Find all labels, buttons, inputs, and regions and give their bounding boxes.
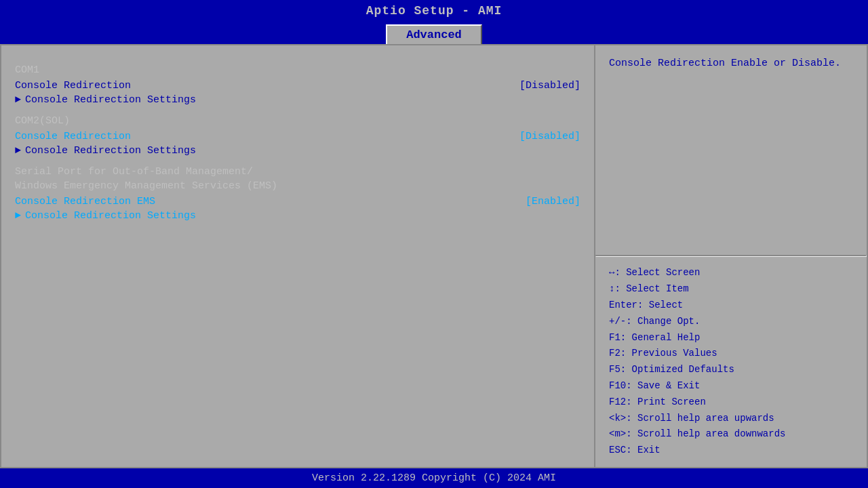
key-legend-item: F1: General Help	[609, 330, 853, 346]
key-legend-item: F10: Save & Exit	[609, 378, 853, 394]
com2-console-redirection[interactable]: Console Redirection [Disabled]	[15, 129, 580, 144]
footer: Version 2.22.1289 Copyright (C) 2024 AMI	[0, 468, 868, 488]
com1-redirection-settings[interactable]: ► Console Redirection Settings	[15, 93, 580, 107]
tab-advanced[interactable]: Advanced	[386, 24, 482, 44]
key-legend-item: F2: Previous Values	[609, 346, 853, 362]
main-content: COM1 Console Redirection [Disabled] ► Co…	[0, 44, 868, 468]
com2-section: COM2(SOL) Console Redirection [Disabled]…	[15, 115, 580, 158]
key-legend-item: <k>: Scroll help area upwards	[609, 411, 853, 427]
key-legend-item: ↕: Select Item	[609, 281, 853, 298]
help-text-area: Console Redirection Enable or Disable.	[595, 45, 867, 255]
footer-text: Version 2.22.1289 Copyright (C) 2024 AMI	[312, 472, 556, 484]
key-legend-item: +/-: Change Opt.	[609, 314, 853, 330]
ems-header2: Windows Emergency Management Services (E…	[15, 180, 580, 192]
title-bar: Aptio Setup - AMI	[0, 0, 868, 22]
app-title: Aptio Setup - AMI	[366, 4, 502, 18]
ems-redirection-settings[interactable]: ► Console Redirection Settings	[15, 209, 580, 223]
left-panel: COM1 Console Redirection [Disabled] ► Co…	[1, 45, 595, 467]
key-legend-item: F5: Optimized Defaults	[609, 362, 853, 378]
arrow-icon: ►	[15, 94, 21, 106]
com1-section: COM1 Console Redirection [Disabled] ► Co…	[15, 64, 580, 107]
tab-bar: Advanced	[0, 22, 868, 44]
key-legend-item: ESC: Exit	[609, 443, 853, 459]
ems-section: Serial Port for Out-of-Band Management/ …	[15, 166, 580, 223]
arrow-icon: ►	[15, 145, 21, 157]
key-legend-item: Enter: Select	[609, 298, 853, 314]
right-panel: Console Redirection Enable or Disable. ↔…	[595, 45, 867, 467]
arrow-icon: ►	[15, 210, 21, 222]
key-legend-item: <m>: Scroll help area downwards	[609, 426, 853, 443]
help-text: Console Redirection Enable or Disable.	[609, 58, 841, 69]
com1-header: COM1	[15, 64, 580, 76]
com1-console-redirection[interactable]: Console Redirection [Disabled]	[15, 79, 580, 93]
ems-console-redirection[interactable]: Console Redirection EMS [Enabled]	[15, 195, 580, 209]
key-legend: ↔: Select Screen↕: Select ItemEnter: Sel…	[595, 257, 867, 467]
key-legend-item: F12: Print Screen	[609, 394, 853, 411]
ems-header1: Serial Port for Out-of-Band Management/	[15, 166, 580, 178]
com2-header: COM2(SOL)	[15, 115, 580, 127]
key-legend-item: ↔: Select Screen	[609, 265, 853, 281]
com2-redirection-settings[interactable]: ► Console Redirection Settings	[15, 144, 580, 158]
